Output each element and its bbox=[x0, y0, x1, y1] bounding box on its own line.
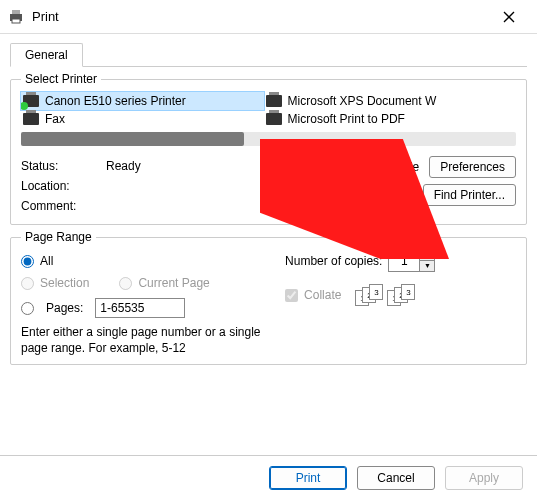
collate-illustration: 1 2 3 1 2 3 bbox=[355, 284, 415, 306]
titlebar: Print bbox=[0, 0, 537, 34]
printer-right-column: Print to file Preferences Find Printer..… bbox=[344, 156, 516, 216]
print-to-file-input[interactable] bbox=[344, 161, 357, 174]
dialog-content: General Select Printer Canon E510 series… bbox=[0, 34, 537, 365]
radio-selection-label: Selection bbox=[40, 276, 89, 290]
radio-all-input[interactable] bbox=[21, 255, 34, 268]
printer-icon bbox=[8, 9, 24, 25]
status-label: Status: bbox=[21, 156, 106, 176]
printer-icon bbox=[266, 113, 282, 125]
radio-all-label: All bbox=[40, 254, 53, 268]
group-page-range: Page Range All Selection Current Page bbox=[10, 237, 527, 365]
printer-name: Fax bbox=[45, 112, 65, 126]
copies-spinner[interactable]: ▲ ▼ bbox=[388, 250, 435, 272]
radio-pages[interactable]: Pages: bbox=[21, 298, 275, 318]
apply-button: Apply bbox=[445, 466, 523, 490]
printer-name: Microsoft Print to PDF bbox=[288, 112, 405, 126]
collate-label: Collate bbox=[304, 288, 341, 302]
print-to-file-label: Print to file bbox=[363, 160, 420, 174]
printer-item-canon[interactable]: Canon E510 series Printer bbox=[21, 92, 264, 110]
scrollbar-thumb[interactable] bbox=[21, 132, 244, 146]
printer-list-scrollbar[interactable] bbox=[21, 132, 516, 146]
printer-status-area: Status: Location: Comment: Ready Print t… bbox=[21, 156, 516, 216]
preferences-button[interactable]: Preferences bbox=[429, 156, 516, 178]
printer-icon bbox=[266, 95, 282, 107]
page-stack-icon: 1 2 3 bbox=[355, 284, 383, 306]
radio-pages-input[interactable] bbox=[21, 302, 34, 315]
radio-selection: Selection bbox=[21, 276, 89, 290]
tab-general[interactable]: General bbox=[10, 43, 83, 67]
printer-item-xps[interactable]: Microsoft XPS Document W bbox=[264, 92, 507, 110]
printer-item-pdf[interactable]: Microsoft Print to PDF bbox=[264, 110, 507, 128]
svg-rect-2 bbox=[12, 19, 20, 23]
svg-rect-1 bbox=[12, 10, 20, 14]
cancel-button[interactable]: Cancel bbox=[357, 466, 435, 490]
group-select-printer: Select Printer Canon E510 series Printer… bbox=[10, 79, 527, 225]
window-title: Print bbox=[32, 9, 489, 24]
find-printer-button[interactable]: Find Printer... bbox=[423, 184, 516, 206]
printer-name: Microsoft XPS Document W bbox=[288, 94, 437, 108]
radio-pages-label: Pages: bbox=[46, 301, 83, 315]
printer-icon bbox=[23, 113, 39, 125]
comment-value bbox=[106, 196, 344, 216]
location-label: Location: bbox=[21, 176, 106, 196]
printer-name: Canon E510 series Printer bbox=[45, 94, 186, 108]
printer-item-fax[interactable]: Fax bbox=[21, 110, 264, 128]
status-labels: Status: Location: Comment: bbox=[21, 156, 106, 216]
collate-input bbox=[285, 289, 298, 302]
group-title-select-printer: Select Printer bbox=[21, 72, 101, 86]
close-icon bbox=[503, 11, 515, 23]
radio-current-page: Current Page bbox=[119, 276, 209, 290]
page-range-right: Number of copies: ▲ ▼ Collate bbox=[275, 250, 516, 356]
printer-icon bbox=[23, 95, 39, 107]
radio-current-page-label: Current Page bbox=[138, 276, 209, 290]
print-to-file-checkbox[interactable]: Print to file bbox=[344, 160, 420, 174]
copies-label: Number of copies: bbox=[285, 254, 382, 268]
collate-checkbox: Collate bbox=[285, 288, 341, 302]
tab-strip: General bbox=[10, 42, 527, 67]
copies-down-button[interactable]: ▼ bbox=[420, 261, 434, 271]
comment-label: Comment: bbox=[21, 196, 106, 216]
dialog-footer: Print Cancel Apply bbox=[0, 455, 537, 500]
printer-list[interactable]: Canon E510 series Printer Microsoft XPS … bbox=[21, 92, 516, 128]
status-values: Ready bbox=[106, 156, 344, 216]
page-range-left: All Selection Current Page Pages: bbox=[21, 250, 275, 356]
page-range-hint: Enter either a single page number or a s… bbox=[21, 324, 271, 356]
copies-up-button[interactable]: ▲ bbox=[420, 251, 434, 261]
copies-value[interactable] bbox=[389, 251, 419, 271]
page-stack-icon: 1 2 3 bbox=[387, 284, 415, 306]
print-button[interactable]: Print bbox=[269, 466, 347, 490]
group-title-page-range: Page Range bbox=[21, 230, 96, 244]
location-value bbox=[106, 176, 344, 196]
close-button[interactable] bbox=[489, 2, 529, 32]
status-value: Ready bbox=[106, 156, 344, 176]
radio-current-page-input bbox=[119, 277, 132, 290]
pages-input[interactable] bbox=[95, 298, 185, 318]
radio-all[interactable]: All bbox=[21, 254, 275, 268]
radio-selection-input bbox=[21, 277, 34, 290]
